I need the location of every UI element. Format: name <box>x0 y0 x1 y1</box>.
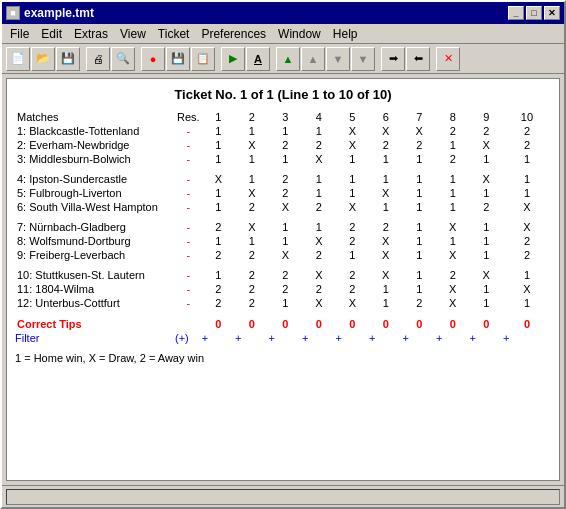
filter-val[interactable]: + <box>470 332 503 344</box>
match-val: 1 <box>436 186 469 200</box>
match-val: X <box>269 200 302 214</box>
toolbar-down1[interactable]: ▼ <box>326 47 350 71</box>
match-val: X <box>436 248 469 262</box>
match-val: X <box>336 200 369 214</box>
toolbar-up1[interactable]: ▲ <box>276 47 300 71</box>
toolbar-new[interactable]: 📄 <box>6 47 30 71</box>
match-val: 2 <box>470 200 503 214</box>
menu-ticket[interactable]: Ticket <box>152 25 196 43</box>
toolbar-text[interactable]: A <box>246 47 270 71</box>
match-result: - <box>175 282 202 296</box>
menu-window[interactable]: Window <box>272 25 327 43</box>
toolbar-down2[interactable]: ▼ <box>351 47 375 71</box>
toolbar-print[interactable]: 🖨 <box>86 47 110 71</box>
toolbar-open[interactable]: 📂 <box>31 47 55 71</box>
match-name: 6: South Villa-West Hampton <box>15 200 175 214</box>
filter-val[interactable]: + <box>503 332 551 344</box>
match-val: X <box>235 138 268 152</box>
ticket-title: Ticket No. 1 of 1 (Line 1 to 10 of 10) <box>15 87 551 102</box>
filter-label: Filter <box>15 332 175 344</box>
match-val: X <box>369 186 402 200</box>
match-val: 1 <box>336 152 369 166</box>
table-row: 1: Blackcastle-Tottenland-1111XXX222 <box>15 124 551 138</box>
menu-edit[interactable]: Edit <box>35 25 68 43</box>
menu-preferences[interactable]: Preferences <box>195 25 272 43</box>
filter-val[interactable]: + <box>269 332 302 344</box>
col-matches: Matches <box>15 110 175 124</box>
filter-val[interactable]: + <box>369 332 402 344</box>
match-val: 1 <box>202 234 235 248</box>
match-val: 2 <box>235 296 268 310</box>
col-7: 7 <box>403 110 436 124</box>
close-button[interactable]: ✕ <box>544 6 560 20</box>
col-3: 3 <box>269 110 302 124</box>
match-result: - <box>175 296 202 310</box>
filter-val[interactable]: + <box>235 332 268 344</box>
filter-val[interactable]: + <box>202 332 235 344</box>
toolbar-stop[interactable]: ● <box>141 47 165 71</box>
match-val: 1 <box>302 220 335 234</box>
menu-view[interactable]: View <box>114 25 152 43</box>
match-val: X <box>436 220 469 234</box>
match-name: 8: Wolfsmund-Dortburg <box>15 234 175 248</box>
minimize-button[interactable]: _ <box>508 6 524 20</box>
match-val: 1 <box>302 172 335 186</box>
filter-val[interactable]: + <box>436 332 469 344</box>
match-result: - <box>175 248 202 262</box>
toolbar-up2[interactable]: ▲ <box>301 47 325 71</box>
toolbar-save2[interactable]: 💾 <box>166 47 190 71</box>
toolbar-right[interactable]: ➡ <box>381 47 405 71</box>
maximize-button[interactable]: □ <box>526 6 542 20</box>
table-row: 5: Fulbrough-Liverton-1X211X1111 <box>15 186 551 200</box>
correct-tips-val: 0 <box>369 316 402 332</box>
match-val: 1 <box>503 186 551 200</box>
match-val: 1 <box>470 248 503 262</box>
menu-extras[interactable]: Extras <box>68 25 114 43</box>
match-val: 2 <box>336 234 369 248</box>
match-val: 1 <box>235 172 268 186</box>
match-val: 1 <box>470 186 503 200</box>
status-bar <box>2 485 564 507</box>
filter-result[interactable]: (+) <box>175 332 202 344</box>
match-val: X <box>369 124 402 138</box>
match-val: 2 <box>369 138 402 152</box>
match-val: 1 <box>269 152 302 166</box>
match-val: 2 <box>202 248 235 262</box>
toolbar-close[interactable]: ✕ <box>436 47 460 71</box>
match-val: 1 <box>369 200 402 214</box>
toolbar-play[interactable]: ▶ <box>221 47 245 71</box>
match-val: 1 <box>202 186 235 200</box>
table-row: 2: Everham-Newbridge-1X22X221X2 <box>15 138 551 152</box>
match-name: 9: Freiberg-Leverbach <box>15 248 175 262</box>
toolbar-save[interactable]: 💾 <box>56 47 80 71</box>
filter-val[interactable]: + <box>336 332 369 344</box>
match-val: X <box>302 296 335 310</box>
correct-tips-val: 0 <box>302 316 335 332</box>
match-name: 1: Blackcastle-Tottenland <box>15 124 175 138</box>
match-val: 2 <box>470 124 503 138</box>
match-val: 1 <box>235 124 268 138</box>
match-val: 1 <box>470 234 503 248</box>
match-val: 1 <box>403 220 436 234</box>
match-val: 1 <box>403 172 436 186</box>
match-val: 2 <box>235 268 268 282</box>
table-row: 9: Freiberg-Leverbach-22X21X1X12 <box>15 248 551 262</box>
match-val: 2 <box>302 282 335 296</box>
menu-file[interactable]: File <box>4 25 35 43</box>
menu-help[interactable]: Help <box>327 25 364 43</box>
match-val: 2 <box>503 248 551 262</box>
match-val: 2 <box>269 268 302 282</box>
legend: 1 = Home win, X = Draw, 2 = Away win <box>15 352 551 364</box>
app-icon: ■ <box>6 6 20 20</box>
toolbar-preview[interactable]: 🔍 <box>111 47 135 71</box>
filter-val[interactable]: + <box>302 332 335 344</box>
match-val: 1 <box>436 200 469 214</box>
toolbar-clipboard[interactable]: 📋 <box>191 47 215 71</box>
filter-val[interactable]: + <box>403 332 436 344</box>
toolbar-left[interactable]: ⬅ <box>406 47 430 71</box>
table-header: Matches Res. 1 2 3 4 5 6 7 8 9 10 <box>15 110 551 124</box>
match-val: X <box>302 152 335 166</box>
match-val: X <box>336 138 369 152</box>
match-name: 3: Middlesburn-Bolwich <box>15 152 175 166</box>
match-val: X <box>269 248 302 262</box>
